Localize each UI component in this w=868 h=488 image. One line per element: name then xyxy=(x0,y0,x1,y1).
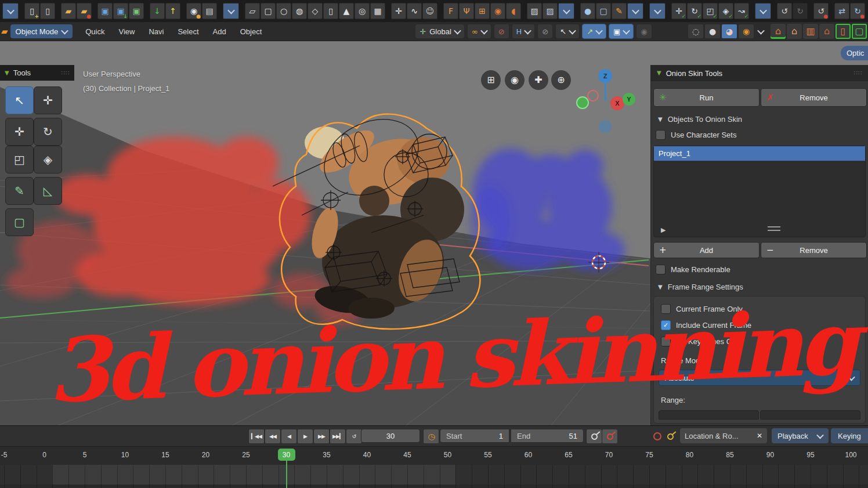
active-keying-set-field[interactable]: Location & Ro... ✕ xyxy=(680,428,767,443)
on-keyframes-only-checkbox[interactable] xyxy=(661,337,671,346)
add-speaker-icon[interactable]: ◖ xyxy=(506,3,521,19)
frame-end-field[interactable]: End 51 xyxy=(511,429,584,443)
shading-material[interactable]: ◕ xyxy=(721,24,737,39)
frame-start-field[interactable]: Start 1 xyxy=(440,429,509,443)
axis-z-ball[interactable]: Z xyxy=(598,69,612,83)
jump-to-start-button[interactable]: ▎◀◀ xyxy=(248,429,265,444)
shading-dropdown-icon[interactable] xyxy=(757,27,765,34)
tool-measure[interactable]: ◺ xyxy=(34,177,62,205)
apply-visual-icon[interactable]: ↝✓ xyxy=(734,3,749,19)
building-icon[interactable]: ▥ xyxy=(803,24,818,39)
axis-neg-z-ball[interactable] xyxy=(599,120,612,133)
shading-solid[interactable]: ● xyxy=(704,24,721,39)
snap-toggle[interactable]: ⊘ xyxy=(494,24,509,39)
use-character-sets-checkbox[interactable] xyxy=(656,130,666,140)
current-frame-only[interactable]: Current Frame Only xyxy=(656,298,865,314)
add-metaball-icon[interactable]: ● xyxy=(580,3,595,19)
use-preview-range-button[interactable]: ◷ xyxy=(423,429,439,444)
add-text-icon[interactable]: F xyxy=(443,3,458,19)
add-icosphere-icon[interactable]: ◇ xyxy=(308,3,323,19)
repeat-icon[interactable]: ⇄ xyxy=(834,3,849,19)
render-animation-icon[interactable]: ▤ xyxy=(202,3,217,19)
apply-dropdown[interactable] xyxy=(755,3,771,19)
tool-rotate[interactable]: ↻ xyxy=(34,118,62,146)
range-field-partial[interactable] xyxy=(760,410,860,420)
objects-section-header[interactable]: ▼ Objects To Onion Skin xyxy=(651,107,868,124)
make-renderable[interactable]: Make Renderable xyxy=(651,258,868,274)
add-uvsphere-icon[interactable]: ◍ xyxy=(292,3,307,19)
pivot-point[interactable]: ∞ xyxy=(467,24,491,39)
auto-keying-button[interactable] xyxy=(586,429,602,444)
tool-move[interactable]: ✛ xyxy=(5,118,34,146)
tool-add-cube[interactable]: ▢ xyxy=(5,208,34,236)
add-image-background-icon[interactable]: ▨ xyxy=(542,3,558,19)
add-object-button[interactable]: + Add xyxy=(653,242,760,258)
add-grid-icon[interactable]: ▦ xyxy=(370,3,385,19)
add-brush-icon[interactable]: ✎ xyxy=(612,3,627,19)
tool-3d-cursor[interactable]: ✛ xyxy=(34,86,62,114)
add-lattice-icon[interactable]: ⊞ xyxy=(475,3,490,19)
export-icon[interactable]: ↑ xyxy=(165,3,180,19)
play-reverse-button[interactable]: ◀ xyxy=(281,429,297,444)
jump-to-end-button[interactable]: ▶▶▎ xyxy=(330,429,346,444)
panel-grip-icon[interactable]: ∷∷ xyxy=(853,70,862,76)
add-camera-icon[interactable]: ◉ xyxy=(490,3,505,19)
objects-list[interactable]: Project_1 ▶ xyxy=(653,146,866,237)
auto-keying-remove-button[interactable] xyxy=(602,429,618,444)
new-file-icon[interactable]: ▯+ xyxy=(24,3,39,19)
timeline-tracks[interactable] xyxy=(0,465,868,488)
add-empty-axes-icon[interactable]: ✛ xyxy=(391,3,406,19)
save-icon[interactable]: ▣ xyxy=(97,3,113,19)
include-current-frame[interactable]: ✓Include Current Frame xyxy=(656,314,865,330)
folder-open-icon[interactable]: ▰ xyxy=(61,3,76,19)
snap-target[interactable]: H xyxy=(512,24,536,39)
add-torus-icon[interactable]: ◎ xyxy=(355,3,370,19)
camera-view-button[interactable]: ◉ xyxy=(505,70,525,90)
add-surface-icon[interactable]: ▢ xyxy=(596,3,611,19)
menu-navi[interactable]: Navi xyxy=(142,24,171,38)
add-cylinder-icon[interactable]: ▯ xyxy=(323,3,338,19)
options-button[interactable]: Optic xyxy=(841,46,868,60)
add-curve-icon[interactable]: ∿ xyxy=(407,3,422,19)
remove-object-button[interactable]: − Remove xyxy=(761,242,867,258)
frame-range-section-header[interactable]: ▼ Frame Range Settings xyxy=(651,274,868,291)
house-outline-icon[interactable]: ⌂ xyxy=(787,24,802,39)
range-mode-dropdown[interactable]: Absolute xyxy=(659,370,860,386)
render-dropdown[interactable] xyxy=(223,3,239,19)
import-icon[interactable]: ↓ xyxy=(150,3,165,19)
axis-y-ball[interactable]: Y xyxy=(623,93,635,106)
xray-toggle[interactable]: ◉ xyxy=(636,24,652,39)
menu-quick[interactable]: Quick xyxy=(78,24,111,38)
axis-neg-x-ball[interactable] xyxy=(587,90,599,102)
playhead-line[interactable] xyxy=(286,458,287,488)
tool-annotate[interactable]: ✎ xyxy=(5,177,34,205)
tool-select-tweak[interactable]: ↖ xyxy=(5,86,34,114)
tools-panel-header[interactable]: ▼ Tools ∷∷ xyxy=(0,65,74,81)
render-image-icon[interactable]: ◉● xyxy=(186,3,201,19)
range-field-partial[interactable] xyxy=(659,410,759,420)
list-resize-grip[interactable] xyxy=(768,226,780,231)
list-play-icon[interactable]: ▶ xyxy=(661,227,666,233)
undo-icon[interactable]: ↺ xyxy=(777,3,792,19)
timeline-ruler[interactable]: -505101520253035404550556065707580859095… xyxy=(0,446,868,465)
brush-dropdown[interactable] xyxy=(627,3,643,19)
record-icon[interactable] xyxy=(653,432,661,440)
current-frame-field[interactable]: 30 xyxy=(361,429,420,443)
menu-object[interactable]: Object xyxy=(233,24,269,38)
menu-view[interactable]: View xyxy=(111,24,142,38)
file-menu-dropdown[interactable] xyxy=(2,3,19,19)
save-copy-icon[interactable]: ▣ xyxy=(129,3,144,19)
warehouse-icon[interactable]: ⌂ xyxy=(819,24,834,39)
object-mode-dropdown[interactable]: Object Mode xyxy=(10,24,73,38)
tool-scale[interactable]: ◰ xyxy=(5,146,34,173)
open-file-icon[interactable]: ▯ xyxy=(40,3,55,19)
pan-hand-button[interactable]: ✚ xyxy=(529,70,548,90)
panel-grip-icon[interactable]: ∷∷ xyxy=(61,70,70,76)
redo-icon[interactable]: ↻ xyxy=(793,3,808,19)
make-renderable-checkbox[interactable] xyxy=(656,265,666,274)
replay-button[interactable]: ↺ xyxy=(346,429,362,444)
add-circle-icon[interactable]: ○ xyxy=(276,3,291,19)
zoom-button[interactable]: ⊕ xyxy=(551,70,571,90)
door-icon[interactable]: ▯ xyxy=(836,24,851,39)
exit-door-icon[interactable]: ▢ xyxy=(852,24,867,39)
